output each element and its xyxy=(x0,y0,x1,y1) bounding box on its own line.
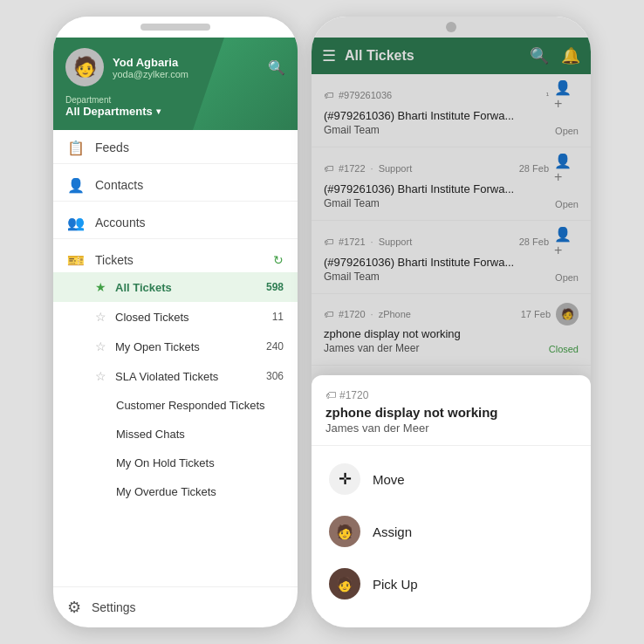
ctx-ticket-from: James van der Meer xyxy=(325,421,577,435)
nav-item-label: All Tickets xyxy=(115,281,257,294)
nav-item-label: Missed Chats xyxy=(95,428,284,441)
department-label: Department xyxy=(65,95,285,105)
nav-item-label: Customer Responded Tickets xyxy=(95,399,284,412)
assign-avatar: 🧑 xyxy=(329,516,360,547)
nav-item-label: My On Hold Tickets xyxy=(95,456,284,469)
left-header: 🧑 Yod Agbaria yoda@zylker.com 🔍 Departme… xyxy=(53,38,298,130)
nav-settings[interactable]: ⚙ Settings xyxy=(53,586,298,627)
nav-item-count: 306 xyxy=(266,370,284,382)
feeds-label: Feeds xyxy=(95,140,284,154)
right-phone: ☰ All Tickets 🔍 🔔 🏷 #979261036 ¹ 👤+ (#97… xyxy=(312,17,591,627)
user-info: Yod Agbaria yoda@zylker.com xyxy=(113,56,259,79)
nav-item-count: 11 xyxy=(272,311,284,323)
divider xyxy=(53,238,298,239)
notch-bar xyxy=(140,24,210,31)
context-menu-header: 🏷 #1720 zphone display not working James… xyxy=(312,389,591,446)
nav-my-open-tickets[interactable]: ☆ My Open Tickets 240 xyxy=(53,332,298,361)
nav-list: 📋 Feeds 👤 Contacts 👥 Accounts 🎫 Tickets … xyxy=(53,130,298,586)
nav-overdue-tickets[interactable]: My Overdue Tickets xyxy=(53,477,298,506)
ctx-assign-item[interactable]: 🧑 Assign xyxy=(312,505,591,558)
notch-left xyxy=(53,17,298,38)
contacts-icon: 👤 xyxy=(67,176,85,194)
pickup-avatar: 🧑 xyxy=(329,568,360,599)
star-icon: ☆ xyxy=(95,310,106,324)
star-icon: ☆ xyxy=(95,369,106,383)
settings-icon: ⚙ xyxy=(67,598,81,617)
ctx-pickup-item[interactable]: 🧑 Pick Up xyxy=(312,558,591,610)
divider xyxy=(53,201,298,202)
nav-item-label: SLA Violated Tickets xyxy=(115,370,257,383)
ctx-assign-label: Assign xyxy=(373,524,412,539)
nav-item-label: My Open Tickets xyxy=(115,340,257,353)
nav-customer-responded-tickets[interactable]: Customer Responded Tickets xyxy=(53,391,298,420)
nav-all-tickets[interactable]: ★ All Tickets 598 xyxy=(53,272,298,302)
nav-contacts[interactable]: 👤 Contacts xyxy=(53,168,298,197)
nav-closed-tickets[interactable]: ☆ Closed Tickets 11 xyxy=(53,302,298,332)
ctx-move-item[interactable]: ✛ Move xyxy=(312,453,591,505)
user-name: Yod Agbaria xyxy=(113,56,259,69)
refresh-icon[interactable]: ↻ xyxy=(273,253,284,267)
user-email: yoda@zylker.com xyxy=(113,69,259,79)
department-row: Department All Departments ▾ xyxy=(65,95,285,118)
nav-item-count: 598 xyxy=(266,281,284,293)
divider xyxy=(53,163,298,164)
left-phone: 🧑 Yod Agbaria yoda@zylker.com 🔍 Departme… xyxy=(53,17,298,627)
feeds-icon: 📋 xyxy=(67,139,85,156)
nav-accounts[interactable]: 👥 Accounts xyxy=(53,205,298,235)
nav-tickets[interactable]: 🎫 Tickets ↻ xyxy=(53,243,298,272)
department-value: All Departments ▾ xyxy=(65,105,285,118)
nav-on-hold-tickets[interactable]: My On Hold Tickets xyxy=(53,449,298,477)
avatar: 🧑 xyxy=(65,48,104,86)
nav-missed-chats[interactable]: Missed Chats xyxy=(53,420,298,449)
search-icon[interactable]: 🔍 xyxy=(268,59,285,76)
accounts-label: Accounts xyxy=(95,216,284,230)
ctx-move-label: Move xyxy=(373,472,405,487)
nav-item-count: 240 xyxy=(266,340,284,353)
nav-item-label: Closed Tickets xyxy=(115,311,264,324)
nav-sla-violated-tickets[interactable]: ☆ SLA Violated Tickets 306 xyxy=(53,361,298,391)
context-menu: 🏷 #1720 zphone display not working James… xyxy=(312,375,591,627)
contacts-label: Contacts xyxy=(95,178,284,192)
nav-feeds[interactable]: 📋 Feeds xyxy=(53,130,298,160)
ctx-ticket-subject: zphone display not working xyxy=(325,405,577,420)
move-icon: ✛ xyxy=(329,463,360,495)
tickets-icon: 🎫 xyxy=(67,251,85,269)
ctx-ticket-id: 🏷 #1720 xyxy=(325,389,577,401)
tag-icon: 🏷 xyxy=(325,389,336,401)
tickets-label: Tickets xyxy=(95,253,263,267)
chevron-down-icon: ▾ xyxy=(156,106,161,116)
star-icon: ★ xyxy=(95,280,106,294)
nav-item-label: My Overdue Tickets xyxy=(95,485,284,498)
context-menu-overlay[interactable]: 🏷 #1720 zphone display not working James… xyxy=(312,17,591,627)
star-icon: ☆ xyxy=(95,339,106,353)
accounts-icon: 👥 xyxy=(67,214,85,231)
settings-label: Settings xyxy=(92,600,136,614)
ctx-pickup-label: Pick Up xyxy=(373,577,418,592)
